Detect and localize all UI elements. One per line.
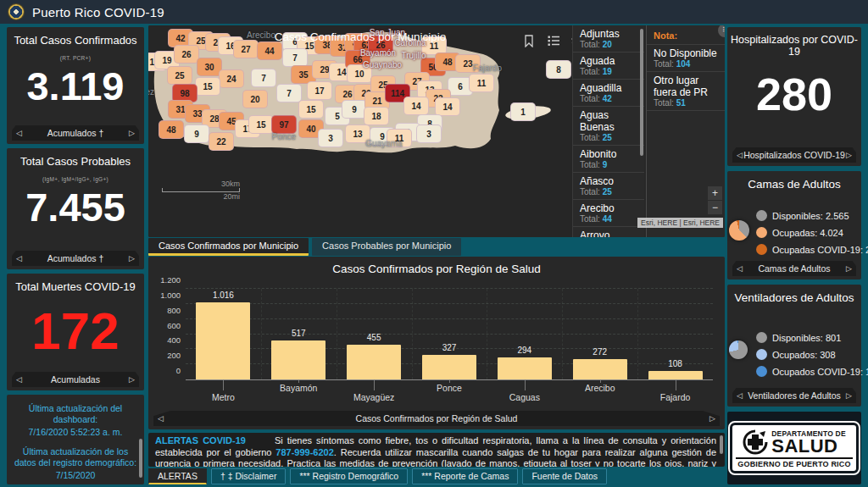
chart-bar-value: 455 [367, 333, 381, 342]
municipality-cell[interactable]: 11 [387, 129, 412, 147]
hospitalized-title: Hospitalizados por COVID-19 [727, 34, 861, 58]
municipality-cell[interactable]: 9 [184, 125, 209, 143]
municipality-list-item[interactable]: AñascoTotal: 25 [573, 173, 644, 200]
prev-arrow-icon[interactable]: ◁ [737, 261, 743, 276]
municipality-cell[interactable]: 1 [510, 102, 536, 121]
prev-arrow-icon[interactable]: ◁ [158, 411, 164, 426]
next-arrow-icon[interactable]: ▷ [129, 125, 135, 141]
nota-item: No DisponibleTotal: 104 [647, 45, 725, 72]
zoom-in-button[interactable]: + [708, 186, 722, 200]
chart-bar[interactable] [498, 357, 552, 379]
municipality-cell[interactable]: 10 [347, 64, 372, 83]
footer-tab[interactable]: *** Reporte de Camas [412, 468, 518, 484]
municipality-total: Total: 19 [580, 67, 639, 77]
municipality-cell[interactable]: 97 [271, 115, 297, 134]
municipality-cell[interactable]: 44 [257, 42, 282, 60]
municipality-cell[interactable]: 11 [469, 74, 494, 92]
probable-cases-caption-bar: ◁ Acumulados † ▷ [12, 251, 139, 266]
chart-bar[interactable] [347, 345, 401, 379]
legend-list-icon[interactable] [544, 32, 563, 49]
municipality-cell[interactable]: 3 [416, 125, 442, 143]
municipality-name: Aguada [580, 55, 639, 67]
demographic-update-label: Última actualización de los datos del re… [14, 446, 137, 468]
municipality-cell[interactable]: 15 [195, 77, 220, 96]
chart-bar-value: 327 [442, 343, 457, 352]
prev-arrow-icon[interactable]: ◁ [737, 388, 743, 403]
municipality-cell[interactable]: 26 [174, 45, 199, 64]
next-arrow-icon[interactable]: ▷ [846, 261, 852, 276]
municipality-cell[interactable]: 48 [159, 120, 184, 139]
municipality-list-item[interactable]: AibonitoTotal: 9 [573, 146, 644, 173]
municipality-list-item[interactable]: ArroyoTotal: 11 [573, 227, 644, 237]
x-axis-category-label: Bayamón [280, 383, 317, 393]
next-arrow-icon[interactable]: ▷ [129, 372, 135, 387]
map-tab[interactable]: Casos Probables por Municipio [312, 238, 461, 256]
municipality-cell[interactable]: 7 [282, 48, 308, 67]
prev-arrow-icon[interactable]: ◁ [16, 251, 22, 266]
chart-bar-value: 108 [668, 359, 682, 368]
municipality-map[interactable]: 4225241627446153831336210192630247735291… [148, 25, 572, 237]
next-arrow-icon[interactable]: ▷ [709, 411, 715, 426]
confirmed-cases-value: 3.119 [7, 66, 144, 106]
alert-phone[interactable]: 787-999-6202 [275, 447, 334, 457]
nota-item: Otro lugar fuera de PRTotal: 51 [647, 72, 725, 111]
footer-tab[interactable]: ALERTAS [148, 468, 207, 484]
municipality-list-item[interactable]: AreciboTotal: 44 [573, 200, 644, 227]
bookmark-icon[interactable] [520, 32, 538, 49]
municipality-list-item[interactable]: AguadaTotal: 19 [573, 53, 644, 80]
municipality-cell[interactable]: 18 [364, 107, 389, 125]
prev-arrow-icon[interactable]: ◁ [737, 147, 743, 163]
prev-arrow-icon[interactable]: ◁ [16, 125, 22, 141]
footer-tab[interactable]: *** Registro Demográfico [290, 468, 408, 484]
map-tab[interactable]: Casos Confirmados por Municipio [148, 238, 309, 256]
zoom-out-button[interactable]: − [708, 201, 722, 214]
updates-scrollbar[interactable] [139, 439, 142, 478]
municipality-cell[interactable]: 15 [298, 100, 324, 119]
municipality-name: Aguas Buenas [580, 109, 639, 133]
municipality-cell[interactable]: 14 [435, 97, 460, 116]
map-attribution: Esri, HERE | Esri, HERE [637, 218, 723, 228]
municipality-cell[interactable]: 13 [345, 125, 370, 143]
municipality-cell[interactable]: 23 [455, 54, 481, 73]
adult-ventilators-caption-bar: ◁ Ventiladores de Adultos ▷ [732, 388, 856, 403]
municipality-total: Total: 9 [580, 160, 639, 170]
chart-bar[interactable] [271, 340, 326, 379]
footer-tab[interactable]: Fuente de Datos [522, 468, 607, 484]
municipality-cell[interactable]: 15 [248, 115, 274, 134]
municipality-list-item[interactable]: AdjuntasTotal: 20 [573, 25, 644, 53]
adult-ventilators-pie-chart [729, 340, 748, 359]
last-update-panel: Última actualización del dashboard: 7/16… [7, 395, 144, 484]
municipality-name: Adjuntas [580, 28, 639, 40]
municipality-cell[interactable]: 3 [318, 129, 343, 147]
municipality-cell[interactable]: 25 [167, 66, 192, 85]
municipality-cell[interactable]: 20 [242, 90, 268, 108]
municipality-cell[interactable]: 8 [546, 60, 571, 79]
prev-arrow-icon[interactable]: ◁ [16, 372, 22, 387]
adult-beds-pie-chart [729, 220, 749, 241]
municipality-list-item[interactable]: Aguas BuenasTotal: 25 [573, 107, 644, 146]
next-arrow-icon[interactable]: ▷ [129, 251, 135, 266]
chart-bar[interactable] [648, 371, 703, 379]
municipality-list-item[interactable]: AguadillaTotal: 42 [573, 80, 644, 107]
deaths-panel: Total Muertes COVID-19 172 ◁ Acumuladas … [7, 274, 144, 390]
deaths-value: 172 [7, 305, 144, 357]
probable-cases-subtitle: (IgM+, IgM+/IgG+, IgG+) [7, 176, 144, 182]
salud-logo-panel: DEPARTAMENTO DE SALUD GOBIERNO DE PUERTO… [727, 412, 861, 484]
municipality-cell[interactable]: 14 [403, 97, 429, 115]
municipality-cell[interactable]: 7 [276, 84, 302, 102]
chart-bar[interactable] [196, 302, 250, 379]
municipality-cell[interactable]: 24 [219, 69, 244, 88]
municipality-name: Arecibo [580, 202, 639, 214]
next-arrow-icon[interactable]: ▷ [846, 388, 852, 403]
next-arrow-icon[interactable]: ▷ [846, 147, 852, 163]
municipality-cell[interactable]: 17 [307, 81, 332, 100]
municipality-cell[interactable]: 22 [209, 132, 234, 151]
puerto-rico-seal-logo [8, 4, 24, 19]
municipality-cell[interactable]: 7 [251, 69, 276, 87]
chart-bar[interactable] [422, 355, 476, 379]
municipality-list-scrollbar[interactable] [640, 29, 643, 156]
chart-bar[interactable] [573, 359, 627, 379]
layers-icon[interactable] [569, 32, 572, 49]
footer-tab[interactable]: † ‡ Disclaimer [211, 468, 287, 484]
alert-scrollbar[interactable] [720, 435, 723, 454]
